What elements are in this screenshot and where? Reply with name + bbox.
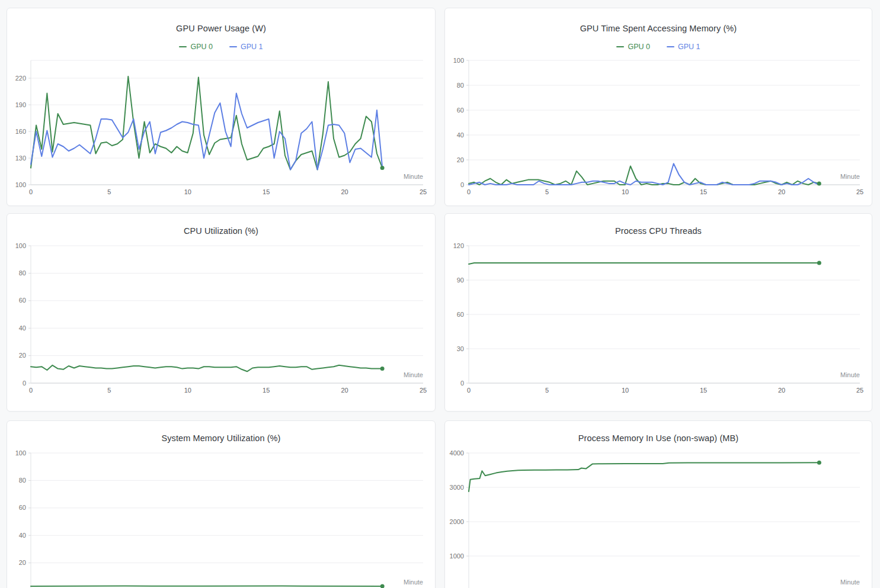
svg-text:15: 15	[263, 387, 270, 394]
svg-text:220: 220	[15, 75, 26, 82]
legend-gpu-memory-access: GPU 0 GPU 1	[445, 43, 872, 51]
legend-label-gpu0: GPU 0	[628, 43, 650, 51]
svg-text:130: 130	[15, 155, 26, 162]
legend-item-gpu1[interactable]: GPU 1	[667, 43, 700, 51]
svg-text:40: 40	[19, 532, 26, 539]
svg-text:10: 10	[622, 387, 629, 394]
gpu-memory-access-chart[interactable]: 0204060801000510152025Minute	[445, 8, 872, 205]
svg-text:0: 0	[467, 188, 471, 195]
chart-title-cpu-utilization: CPU Utilization (%)	[7, 226, 435, 236]
gpu-power-usage-chart[interactable]: 1001301601902200510152025Minute	[7, 8, 435, 205]
svg-text:20: 20	[341, 188, 348, 195]
svg-text:160: 160	[15, 128, 26, 135]
svg-text:0: 0	[460, 380, 464, 387]
svg-text:Minute: Minute	[840, 371, 860, 378]
svg-text:10: 10	[622, 188, 629, 195]
legend-label-gpu0: GPU 0	[190, 43, 213, 51]
panel-gpu-power-usage: 1001301601902200510152025Minute GPU Powe…	[7, 8, 436, 206]
system-memory-utilization-chart[interactable]: 0204060801000510152025Minute	[7, 421, 435, 588]
svg-text:80: 80	[457, 82, 464, 89]
process-memory-chart[interactable]: 010002000300040000510152025Minute	[445, 421, 872, 588]
gpu0-line-swatch-icon	[179, 46, 187, 48]
svg-text:100: 100	[15, 242, 26, 249]
svg-text:20: 20	[457, 156, 464, 163]
svg-text:0: 0	[29, 188, 33, 195]
svg-text:60: 60	[19, 297, 26, 304]
svg-text:80: 80	[19, 269, 26, 277]
legend-item-gpu0[interactable]: GPU 0	[179, 43, 213, 51]
gpu1-line-swatch-icon	[667, 46, 674, 48]
chart-title-gpu-power: GPU Power Usage (W)	[7, 24, 435, 33]
svg-text:40: 40	[457, 131, 464, 139]
svg-text:15: 15	[700, 188, 707, 195]
svg-text:5: 5	[545, 387, 549, 394]
svg-text:60: 60	[457, 311, 464, 318]
svg-text:Minute: Minute	[404, 173, 423, 180]
svg-text:0: 0	[29, 387, 33, 394]
chart-title-system-memory: System Memory Utilization (%)	[7, 433, 435, 443]
svg-text:25: 25	[856, 188, 863, 195]
process-cpu-threads-chart[interactable]: 03060901200510152025Minute	[445, 214, 872, 411]
svg-text:15: 15	[700, 387, 707, 394]
svg-text:25: 25	[420, 188, 427, 195]
chart-title-process-memory: Process Memory In Use (non-swap) (MB)	[445, 433, 872, 443]
cpu-utilization-chart[interactable]: 0204060801000510152025Minute	[7, 214, 435, 411]
svg-text:25: 25	[856, 387, 863, 394]
legend-item-gpu0[interactable]: GPU 0	[616, 43, 650, 51]
legend-item-gpu1[interactable]: GPU 1	[229, 43, 263, 51]
svg-text:20: 20	[19, 352, 26, 359]
legend-label-gpu1: GPU 1	[678, 43, 700, 51]
svg-text:15: 15	[263, 188, 270, 195]
legend-gpu-power: GPU 0 GPU 1	[7, 43, 435, 51]
svg-text:Minute: Minute	[404, 579, 423, 586]
svg-text:30: 30	[457, 345, 464, 352]
svg-text:25: 25	[420, 387, 427, 394]
svg-text:190: 190	[15, 101, 26, 108]
svg-text:0: 0	[23, 380, 26, 387]
panel-process-cpu-threads: 03060901200510152025Minute Process CPU T…	[444, 213, 872, 412]
svg-text:20: 20	[19, 559, 26, 566]
svg-text:100: 100	[15, 181, 26, 188]
svg-text:1000: 1000	[450, 552, 464, 560]
chart-title-gpu-memory-access: GPU Time Spent Accessing Memory (%)	[445, 24, 872, 33]
svg-text:Minute: Minute	[404, 371, 423, 378]
svg-text:40: 40	[19, 324, 26, 332]
legend-label-gpu1: GPU 1	[241, 43, 263, 51]
panel-gpu-memory-access: 0204060801000510152025Minute GPU Time Sp…	[444, 8, 872, 206]
system-metrics-dashboard: { "page": {"background": "#f7f8f9", "acc…	[0, 0, 880, 588]
panel-system-memory-utilization: 0204060801000510152025Minute System Memo…	[7, 420, 436, 588]
svg-text:Minute: Minute	[840, 579, 860, 586]
svg-text:2000: 2000	[450, 518, 464, 525]
svg-text:5: 5	[107, 387, 111, 394]
svg-text:4000: 4000	[450, 449, 464, 457]
svg-text:90: 90	[457, 277, 464, 284]
svg-text:80: 80	[19, 477, 26, 484]
panel-process-memory: 010002000300040000510152025Minute Proces…	[444, 420, 872, 588]
svg-text:10: 10	[184, 188, 191, 195]
svg-text:10: 10	[184, 387, 191, 394]
chart-title-process-cpu-threads: Process CPU Threads	[445, 226, 872, 236]
svg-text:5: 5	[107, 188, 111, 195]
svg-text:60: 60	[457, 107, 464, 114]
svg-text:60: 60	[19, 504, 26, 511]
svg-text:20: 20	[341, 387, 348, 394]
svg-text:0: 0	[467, 387, 471, 394]
svg-text:100: 100	[453, 57, 464, 64]
svg-text:3000: 3000	[450, 484, 464, 491]
svg-text:20: 20	[778, 188, 785, 195]
svg-text:120: 120	[453, 242, 464, 249]
gpu0-line-swatch-icon	[616, 46, 624, 48]
svg-text:20: 20	[778, 387, 785, 394]
gpu1-line-swatch-icon	[229, 46, 237, 48]
svg-text:Minute: Minute	[840, 173, 860, 180]
panel-cpu-utilization: 0204060801000510152025Minute CPU Utiliza…	[7, 213, 436, 412]
svg-text:5: 5	[545, 188, 549, 195]
svg-text:100: 100	[15, 449, 26, 457]
svg-text:0: 0	[460, 181, 464, 188]
